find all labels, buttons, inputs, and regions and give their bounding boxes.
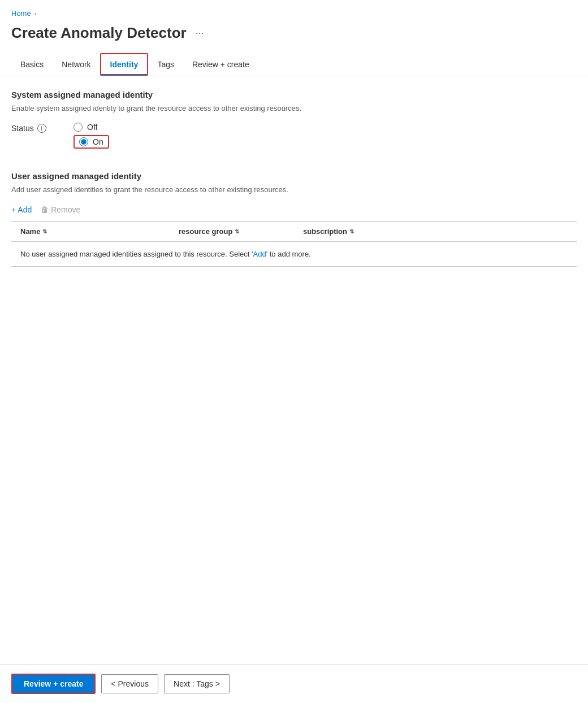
remove-button[interactable]: 🗑 Remove	[41, 203, 80, 216]
radio-off-label: Off	[87, 123, 97, 132]
col-resource-group-label: resource group	[179, 227, 232, 236]
ellipsis-button[interactable]: ···	[192, 26, 207, 40]
user-identity-section: User assigned managed identity Add user …	[11, 162, 577, 267]
user-identity-toolbar: + Add 🗑 Remove	[11, 203, 577, 221]
add-button[interactable]: + Add	[11, 203, 32, 216]
radio-on-input[interactable]	[79, 137, 88, 146]
system-identity-title: System assigned managed identity	[11, 90, 577, 99]
empty-msg-part1: No user assigned managed identities assi…	[20, 250, 253, 258]
status-text: Status	[11, 124, 34, 133]
col-actions	[416, 227, 450, 236]
radio-off-option[interactable]: Off	[74, 123, 109, 132]
page-title: Create Anomaly Detector	[11, 24, 187, 42]
trash-icon: 🗑	[41, 205, 49, 214]
table-body: No user assigned managed identities assi…	[11, 242, 577, 267]
system-identity-section: System assigned managed identity Enable …	[11, 90, 577, 149]
page-header: Create Anomaly Detector ···	[0, 20, 588, 53]
user-identity-desc-linked: Add user assigned identities to grant th…	[11, 185, 288, 194]
radio-group: Off On	[74, 123, 109, 149]
user-identity-desc: Add user assigned identities to grant th…	[11, 185, 577, 194]
user-identity-table: Name ⇅ resource group ⇅ subscription ⇅ N…	[11, 221, 577, 267]
status-row: Status i Off On	[11, 123, 577, 149]
table-header: Name ⇅ resource group ⇅ subscription ⇅	[11, 222, 577, 242]
sort-icon-rg[interactable]: ⇅	[235, 228, 239, 235]
empty-msg-add-link[interactable]: Add	[253, 250, 266, 258]
tab-basics[interactable]: Basics	[11, 53, 53, 76]
empty-msg-part2: ' to add more.	[266, 250, 311, 258]
sort-icon-name[interactable]: ⇅	[42, 228, 47, 235]
next-button[interactable]: Next : Tags >	[164, 674, 230, 693]
status-label: Status i	[11, 123, 51, 133]
remove-label: Remove	[51, 205, 80, 214]
radio-off-input[interactable]	[74, 123, 83, 132]
breadcrumb: Home ›	[0, 0, 588, 20]
col-resource-group[interactable]: resource group ⇅	[179, 227, 303, 236]
col-subscription-label: subscription	[303, 227, 347, 236]
radio-on-label: On	[93, 137, 103, 146]
tab-identity[interactable]: Identity	[100, 53, 149, 76]
tab-bar: Basics Network Identity Tags Review + cr…	[0, 53, 588, 76]
tab-tags[interactable]: Tags	[148, 53, 183, 76]
col-name[interactable]: Name ⇅	[20, 227, 179, 236]
footer: Review + create < Previous Next : Tags >	[0, 664, 588, 703]
previous-button[interactable]: < Previous	[101, 674, 158, 693]
col-name-label: Name	[20, 227, 40, 236]
empty-message: No user assigned managed identities assi…	[11, 242, 577, 266]
tab-network[interactable]: Network	[53, 53, 100, 76]
breadcrumb-chevron: ›	[34, 10, 37, 17]
main-content: System assigned managed identity Enable …	[0, 90, 588, 267]
sort-icon-sub[interactable]: ⇅	[349, 228, 354, 235]
user-identity-title: User assigned managed identity	[11, 171, 577, 181]
info-icon[interactable]: i	[37, 124, 46, 133]
breadcrumb-home[interactable]: Home	[11, 9, 31, 18]
col-subscription[interactable]: subscription ⇅	[303, 227, 416, 236]
radio-on-option[interactable]: On	[74, 135, 109, 149]
system-identity-desc: Enable system assigned identity to grant…	[11, 104, 577, 112]
tab-review-create[interactable]: Review + create	[183, 53, 258, 76]
review-create-button[interactable]: Review + create	[11, 674, 96, 694]
radio-on-wrapper: On	[74, 135, 109, 149]
